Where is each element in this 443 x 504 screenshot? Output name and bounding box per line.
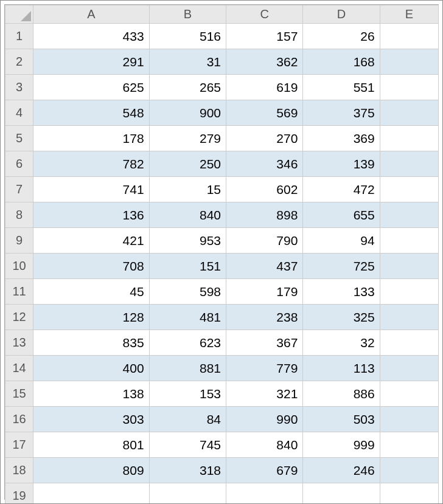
- cell[interactable]: 840: [226, 432, 303, 458]
- row-header[interactable]: 10: [5, 254, 33, 279]
- row-header[interactable]: 3: [5, 75, 33, 100]
- cell[interactable]: 279: [149, 126, 226, 151]
- row-header[interactable]: 5: [5, 126, 33, 151]
- row-header[interactable]: 4: [5, 100, 33, 126]
- cell[interactable]: 153: [149, 381, 226, 407]
- cell[interactable]: [380, 24, 438, 49]
- cell[interactable]: 725: [303, 254, 380, 279]
- cell[interactable]: 655: [303, 202, 380, 228]
- cell[interactable]: 318: [149, 458, 226, 483]
- cell[interactable]: [226, 483, 303, 505]
- cell[interactable]: 139: [303, 151, 380, 177]
- col-header-b[interactable]: B: [149, 5, 226, 24]
- cell[interactable]: [149, 483, 226, 505]
- cell[interactable]: 790: [226, 228, 303, 254]
- cell[interactable]: 291: [33, 49, 150, 75]
- cell[interactable]: 128: [33, 305, 150, 330]
- cell[interactable]: [380, 279, 438, 305]
- cell[interactable]: 741: [33, 177, 150, 202]
- cell[interactable]: 898: [226, 202, 303, 228]
- cell[interactable]: 840: [149, 202, 226, 228]
- cell[interactable]: [380, 151, 438, 177]
- col-header-d[interactable]: D: [303, 5, 380, 24]
- cell[interactable]: 569: [226, 100, 303, 126]
- cell[interactable]: 270: [226, 126, 303, 151]
- row-header[interactable]: 13: [5, 330, 33, 356]
- cell[interactable]: 835: [33, 330, 150, 356]
- row-header[interactable]: 16: [5, 407, 33, 432]
- cell[interactable]: 548: [33, 100, 150, 126]
- cell[interactable]: [380, 228, 438, 254]
- cell[interactable]: 623: [149, 330, 226, 356]
- cell[interactable]: 421: [33, 228, 150, 254]
- cell[interactable]: [380, 483, 438, 505]
- cell[interactable]: 375: [303, 100, 380, 126]
- cell[interactable]: 679: [226, 458, 303, 483]
- cell[interactable]: 45: [33, 279, 150, 305]
- row-header[interactable]: 8: [5, 202, 33, 228]
- row-header[interactable]: 19: [5, 483, 33, 505]
- col-header-a[interactable]: A: [33, 5, 150, 24]
- cell[interactable]: [380, 75, 438, 100]
- cell[interactable]: 779: [226, 356, 303, 381]
- col-header-c[interactable]: C: [226, 5, 303, 24]
- cell[interactable]: 157: [226, 24, 303, 49]
- cell[interactable]: 179: [226, 279, 303, 305]
- row-header[interactable]: 12: [5, 305, 33, 330]
- cell[interactable]: 619: [226, 75, 303, 100]
- cell[interactable]: 325: [303, 305, 380, 330]
- cell[interactable]: 602: [226, 177, 303, 202]
- spreadsheet-grid[interactable]: ABCDE 1433516157262291313621683625265619…: [5, 5, 439, 504]
- cell[interactable]: 437: [226, 254, 303, 279]
- cell[interactable]: [380, 49, 438, 75]
- cell[interactable]: [380, 432, 438, 458]
- cell[interactable]: 900: [149, 100, 226, 126]
- cell[interactable]: 625: [33, 75, 150, 100]
- cell[interactable]: 151: [149, 254, 226, 279]
- cell[interactable]: 886: [303, 381, 380, 407]
- row-header[interactable]: 11: [5, 279, 33, 305]
- cell[interactable]: 15: [149, 177, 226, 202]
- cell[interactable]: [380, 100, 438, 126]
- cell[interactable]: 178: [33, 126, 150, 151]
- cell[interactable]: [380, 381, 438, 407]
- cell[interactable]: 503: [303, 407, 380, 432]
- cell[interactable]: 265: [149, 75, 226, 100]
- cell[interactable]: 346: [226, 151, 303, 177]
- cell[interactable]: [33, 483, 150, 505]
- row-header[interactable]: 6: [5, 151, 33, 177]
- cell[interactable]: [303, 483, 380, 505]
- cell[interactable]: 990: [226, 407, 303, 432]
- cell[interactable]: [380, 126, 438, 151]
- cell[interactable]: 551: [303, 75, 380, 100]
- cell[interactable]: [380, 177, 438, 202]
- cell[interactable]: 433: [33, 24, 150, 49]
- cell[interactable]: 84: [149, 407, 226, 432]
- cell[interactable]: [380, 458, 438, 483]
- row-header[interactable]: 15: [5, 381, 33, 407]
- cell[interactable]: 32: [303, 330, 380, 356]
- cell[interactable]: 801: [33, 432, 150, 458]
- cell[interactable]: 138: [33, 381, 150, 407]
- cell[interactable]: 367: [226, 330, 303, 356]
- row-header[interactable]: 1: [5, 24, 33, 49]
- cell[interactable]: 881: [149, 356, 226, 381]
- cell[interactable]: 472: [303, 177, 380, 202]
- cell[interactable]: [380, 330, 438, 356]
- col-header-e[interactable]: E: [380, 5, 438, 24]
- row-header[interactable]: 7: [5, 177, 33, 202]
- cell[interactable]: 745: [149, 432, 226, 458]
- cell[interactable]: 238: [226, 305, 303, 330]
- cell[interactable]: 321: [226, 381, 303, 407]
- row-header[interactable]: 18: [5, 458, 33, 483]
- cell[interactable]: 168: [303, 49, 380, 75]
- row-header[interactable]: 2: [5, 49, 33, 75]
- cell[interactable]: 481: [149, 305, 226, 330]
- cell[interactable]: [380, 202, 438, 228]
- cell[interactable]: 31: [149, 49, 226, 75]
- cell[interactable]: 113: [303, 356, 380, 381]
- row-header[interactable]: 17: [5, 432, 33, 458]
- cell[interactable]: 94: [303, 228, 380, 254]
- cell[interactable]: [380, 305, 438, 330]
- cell[interactable]: 400: [33, 356, 150, 381]
